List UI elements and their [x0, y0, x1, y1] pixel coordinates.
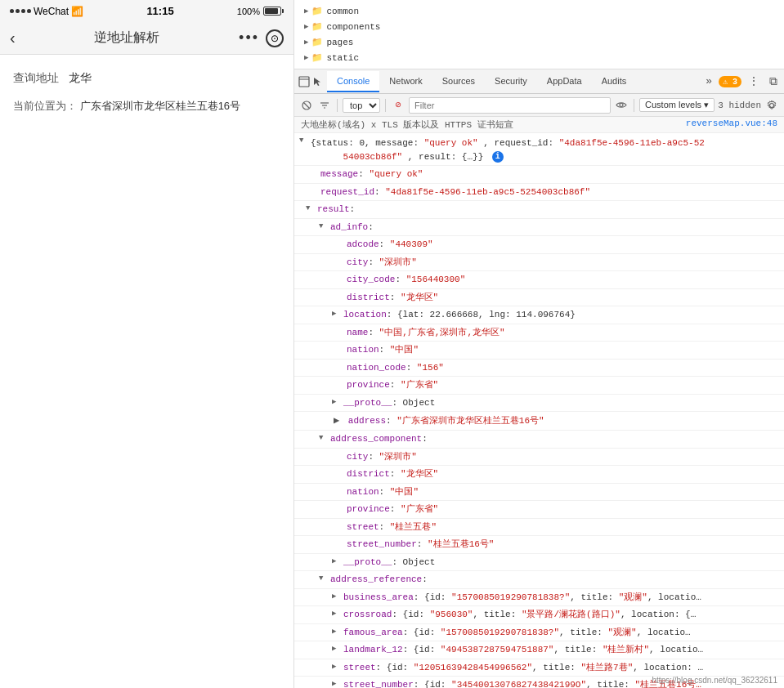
console-output: 大地坐标(域名) x TLS 版本以及 HTTPS 证书短宣 reverseMa… [294, 117, 784, 688]
tab-sources[interactable]: Sources [432, 71, 485, 92]
district-prop: district: "龙华区" [294, 289, 784, 307]
mobile-content: 查询地址 龙华 当前位置为： 广东省深圳市龙华区桂兰五巷16号 [0, 55, 293, 688]
toolbar-separator-1 [337, 99, 338, 112]
file-tree-item-pages[interactable]: ▶ 📁 pages [294, 34, 784, 50]
result-prop[interactable]: result: [294, 201, 784, 219]
toolbar-separator-3 [634, 99, 634, 112]
folder-icon-components: 📁 [311, 21, 323, 32]
tab-network[interactable]: Network [379, 71, 432, 92]
famous-area-toggle[interactable] [332, 627, 336, 638]
filter-input[interactable] [409, 97, 611, 114]
address-value: ▶ address: "广东省深圳市龙华区桂兰五巷16号" [294, 412, 784, 431]
address-reference-prop[interactable]: address_reference: [294, 571, 784, 589]
comp-city-prop: city: "深圳市" [294, 449, 784, 467]
famous-area-prop[interactable]: famous_area: {id: "1570085019290781838?"… [294, 624, 784, 642]
status-right: 100% [237, 7, 284, 16]
svg-point-7 [620, 104, 623, 107]
comp-proto-toggle[interactable] [332, 556, 336, 568]
filter-toggle-button[interactable] [317, 98, 332, 113]
more-options-button[interactable]: ••• [239, 29, 259, 47]
file-tree-item-common[interactable]: ▶ 📁 common [294, 3, 784, 19]
nav-bar: ‹ 逆地址解析 ••• ⊙ [0, 22, 293, 55]
comp-nation-prop: nation: "中国" [294, 484, 784, 502]
business-area-prop[interactable]: business_area: {id: "1570085019290781838… [294, 589, 784, 607]
tab-console[interactable]: Console [327, 71, 379, 92]
result-toggle[interactable] [306, 203, 310, 215]
ad-info-toggle[interactable] [319, 221, 323, 233]
tab-audits-label: Audits [602, 76, 627, 86]
main-object-toggle[interactable] [299, 136, 303, 147]
landmark12-toggle[interactable] [332, 644, 336, 655]
file-tree-item-components[interactable]: ▶ 📁 components [294, 19, 784, 34]
svg-rect-0 [299, 77, 309, 87]
settings-button[interactable] [764, 98, 779, 113]
clear-console-button[interactable] [299, 98, 314, 113]
devtools-menu-button[interactable]: ⋮ [745, 74, 763, 88]
province-prop: province: "广东省" [294, 377, 784, 395]
tab-network-label: Network [389, 76, 422, 86]
location-toggle[interactable] [332, 309, 336, 320]
signal-dot-4 [27, 9, 31, 13]
signal-dot-2 [16, 9, 20, 13]
console-main-entry[interactable]: {status: 0, message: "query ok" , reques… [294, 133, 784, 166]
folder-name-pages: pages [326, 38, 353, 47]
ad-proto-toggle[interactable] [332, 397, 336, 409]
street-ref-toggle[interactable] [332, 662, 336, 673]
folder-icon-common: 📁 [311, 6, 323, 16]
street-number-ref-toggle[interactable] [332, 679, 336, 688]
tree-arrow-components: ▶ [304, 22, 308, 31]
stop-button[interactable]: ⊘ [391, 98, 405, 113]
address-component-prop[interactable]: address_component: [294, 431, 784, 449]
back-button[interactable]: ‹ [10, 29, 16, 47]
record-button[interactable]: ⊙ [266, 29, 284, 47]
info-icon: i [492, 151, 504, 163]
mobile-panel: WeChat 📶 11:15 100% ‹ 逆地址解析 ••• ⊙ 查询地址 [0, 0, 294, 688]
tab-appdata-label: AppData [547, 76, 582, 86]
tab-audits[interactable]: Audits [592, 71, 637, 92]
name-prop: name: "中国,广东省,深圳市,龙华区" [294, 324, 784, 342]
folder-name-static: static [326, 53, 359, 63]
addr-component-toggle[interactable] [319, 433, 323, 445]
folder-name-components: components [326, 22, 380, 32]
city-code-prop: city_code: "156440300" [294, 271, 784, 289]
devtools-toolbar: top ⊘ Custom levels ▾ 3 hidden [294, 94, 784, 117]
landmark12-prop[interactable]: landmark_12: {id: "4945387287594751887",… [294, 641, 784, 659]
crossroad-prop[interactable]: crossroad: {id: "956030", title: "景平路/澜花… [294, 606, 784, 624]
console-info-bar: 大地坐标(域名) x TLS 版本以及 HTTPS 证书短宣 reverseMa… [294, 117, 784, 133]
ad-info-prop[interactable]: ad_info: [294, 219, 784, 237]
filter-info-text: 大地坐标(域名) x TLS 版本以及 HTTPS 证书短宣 [301, 118, 513, 131]
devtools-undock-button[interactable]: ⧉ [766, 75, 781, 88]
folder-name-common: common [326, 7, 359, 16]
devtools-tab-bar: Console Network Sources Security AppData… [294, 69, 784, 94]
file-tree: ▶ 📁 common ▶ 📁 components ▶ 📁 pages ▶ 📁 … [294, 0, 784, 69]
tab-appdata[interactable]: AppData [537, 71, 592, 92]
record-icon: ⊙ [271, 33, 279, 44]
devtools-cursor-icon[interactable] [311, 75, 324, 88]
context-selector[interactable]: top [343, 98, 380, 113]
tab-security[interactable]: Security [485, 71, 537, 92]
request-id-prop: request_id: "4da81f5e-4596-11eb-a9c5-525… [294, 184, 784, 202]
battery-percent: 100% [237, 7, 260, 16]
eye-button[interactable] [614, 98, 629, 113]
comp-street-prop: street: "桂兰五巷" [294, 519, 784, 537]
status-bar: WeChat 📶 11:15 100% [0, 0, 293, 22]
comp-proto-prop[interactable]: __proto__: Object [294, 554, 784, 572]
page-title: 逆地址解析 [94, 29, 159, 47]
ad-proto-prop[interactable]: __proto__: Object [294, 395, 784, 413]
query-label: 查询地址 [13, 71, 59, 86]
query-section: 查询地址 龙华 [13, 71, 280, 86]
source-link[interactable]: reverseMap.vue:48 [686, 118, 777, 131]
more-tabs-button[interactable]: » [702, 75, 715, 87]
status-left: WeChat 📶 [10, 6, 83, 17]
business-area-toggle[interactable] [332, 592, 336, 603]
custom-levels-button[interactable]: Custom levels ▾ [639, 98, 715, 112]
signal-dot-3 [21, 9, 25, 13]
comp-province-prop: province: "广东省" [294, 501, 784, 519]
addr-ref-toggle[interactable] [319, 574, 323, 585]
devtools-inspect-icon[interactable] [298, 75, 311, 88]
crossroad-toggle[interactable] [332, 609, 336, 620]
folder-icon-pages: 📁 [311, 37, 323, 47]
street-ref-prop[interactable]: street: {id: "12051639428454996562", tit… [294, 659, 784, 677]
file-tree-item-static[interactable]: ▶ 📁 static [294, 50, 784, 65]
location-prop[interactable]: location: {lat: 22.666668, lng: 114.0967… [294, 306, 784, 324]
